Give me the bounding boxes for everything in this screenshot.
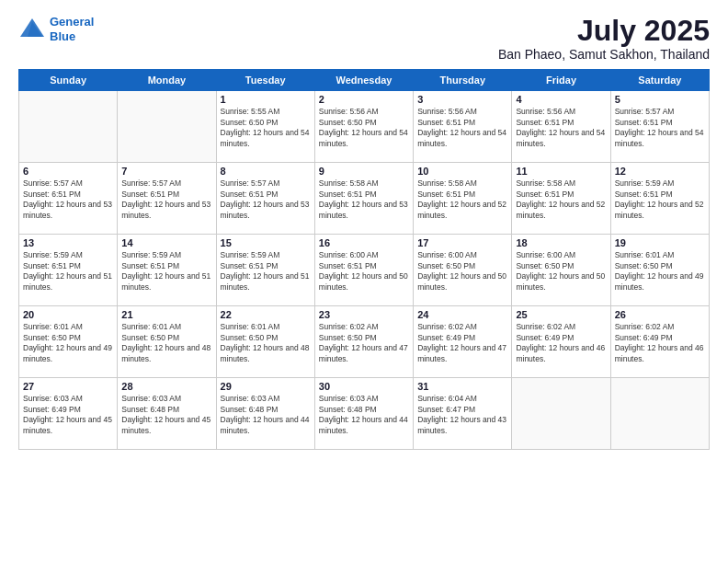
calendar-cell [610,378,709,450]
day-number: 6 [23,166,113,177]
calendar-week-4: 20Sunrise: 6:01 AMSunset: 6:50 PMDayligh… [19,306,710,378]
day-number: 5 [615,94,705,105]
page: General Blue July 2025 Ban Phaeo, Samut … [0,0,728,563]
calendar-cell: 28Sunrise: 6:03 AMSunset: 6:48 PMDayligh… [118,378,216,450]
calendar-cell: 4Sunrise: 5:56 AMSunset: 6:51 PMDaylight… [512,91,610,163]
calendar-cell [512,378,610,450]
calendar-week-2: 6Sunrise: 5:57 AMSunset: 6:51 PMDaylight… [19,163,710,235]
calendar-cell: 3Sunrise: 5:56 AMSunset: 6:51 PMDaylight… [414,91,512,163]
logo-line1: General [50,15,94,29]
day-number: 21 [121,309,211,320]
calendar-cell: 17Sunrise: 6:00 AMSunset: 6:50 PMDayligh… [414,235,512,306]
day-number: 15 [221,237,311,248]
calendar-cell: 24Sunrise: 6:02 AMSunset: 6:49 PMDayligh… [414,306,512,378]
calendar-week-5: 27Sunrise: 6:03 AMSunset: 6:49 PMDayligh… [19,378,710,450]
day-header-row: Sunday Monday Tuesday Wednesday Thursday… [19,70,710,91]
title-block: July 2025 Ban Phaeo, Samut Sakhon, Thail… [498,15,710,62]
calendar-cell: 12Sunrise: 5:59 AMSunset: 6:51 PMDayligh… [610,163,709,235]
logo-line2: Blue [50,29,75,43]
day-info: Sunrise: 6:04 AMSunset: 6:47 PMDaylight:… [417,394,507,436]
day-info: Sunrise: 5:59 AMSunset: 6:51 PMDaylight:… [23,250,113,293]
day-info: Sunrise: 6:03 AMSunset: 6:49 PMDaylight:… [23,394,113,436]
day-number: 24 [417,309,507,320]
col-wednesday: Wednesday [314,70,413,91]
calendar-cell: 27Sunrise: 6:03 AMSunset: 6:49 PMDayligh… [19,378,118,450]
day-info: Sunrise: 6:03 AMSunset: 6:48 PMDaylight:… [121,394,211,436]
calendar-cell: 1Sunrise: 5:55 AMSunset: 6:50 PMDaylight… [216,91,314,163]
day-info: Sunrise: 6:02 AMSunset: 6:49 PMDaylight:… [516,322,606,364]
day-info: Sunrise: 6:01 AMSunset: 6:50 PMDaylight:… [615,250,705,293]
calendar-cell: 16Sunrise: 6:00 AMSunset: 6:51 PMDayligh… [314,235,413,306]
day-info: Sunrise: 6:00 AMSunset: 6:51 PMDaylight:… [319,250,409,293]
day-info: Sunrise: 5:56 AMSunset: 6:51 PMDaylight:… [417,107,507,149]
day-info: Sunrise: 5:59 AMSunset: 6:51 PMDaylight:… [221,250,311,293]
col-tuesday: Tuesday [216,70,314,91]
page-subtitle: Ban Phaeo, Samut Sakhon, Thailand [498,47,710,62]
calendar-cell: 23Sunrise: 6:02 AMSunset: 6:50 PMDayligh… [314,306,413,378]
day-info: Sunrise: 5:59 AMSunset: 6:51 PMDaylight:… [121,250,211,293]
day-info: Sunrise: 6:00 AMSunset: 6:50 PMDaylight:… [417,250,507,293]
calendar-cell: 10Sunrise: 5:58 AMSunset: 6:51 PMDayligh… [414,163,512,235]
day-number: 30 [319,381,409,392]
day-info: Sunrise: 6:00 AMSunset: 6:50 PMDaylight:… [516,250,606,293]
day-number: 17 [417,237,507,248]
calendar-cell: 19Sunrise: 6:01 AMSunset: 6:50 PMDayligh… [610,235,709,306]
day-info: Sunrise: 6:01 AMSunset: 6:50 PMDaylight:… [221,322,311,364]
day-info: Sunrise: 5:58 AMSunset: 6:51 PMDaylight:… [417,178,507,221]
day-number: 25 [516,309,606,320]
day-number: 11 [516,166,606,177]
day-info: Sunrise: 5:57 AMSunset: 6:51 PMDaylight:… [121,178,211,221]
col-friday: Friday [512,70,610,91]
day-info: Sunrise: 5:57 AMSunset: 6:51 PMDaylight:… [23,178,113,221]
calendar: Sunday Monday Tuesday Wednesday Thursday… [18,69,710,450]
col-thursday: Thursday [414,70,512,91]
day-info: Sunrise: 5:56 AMSunset: 6:51 PMDaylight:… [516,107,606,149]
day-number: 3 [417,94,507,105]
day-info: Sunrise: 5:56 AMSunset: 6:50 PMDaylight:… [319,107,409,149]
day-info: Sunrise: 5:57 AMSunset: 6:51 PMDaylight:… [615,107,705,149]
day-number: 22 [221,309,311,320]
day-info: Sunrise: 6:02 AMSunset: 6:49 PMDaylight:… [417,322,507,364]
day-number: 2 [319,94,409,105]
calendar-cell: 20Sunrise: 6:01 AMSunset: 6:50 PMDayligh… [19,306,118,378]
logo-text: General Blue [50,15,94,43]
day-info: Sunrise: 5:59 AMSunset: 6:51 PMDaylight:… [615,178,705,221]
calendar-cell: 31Sunrise: 6:04 AMSunset: 6:47 PMDayligh… [414,378,512,450]
day-number: 14 [121,237,211,248]
logo: General Blue [18,15,94,43]
day-number: 31 [417,381,507,392]
calendar-cell: 15Sunrise: 5:59 AMSunset: 6:51 PMDayligh… [216,235,314,306]
calendar-cell: 11Sunrise: 5:58 AMSunset: 6:51 PMDayligh… [512,163,610,235]
day-number: 12 [615,166,705,177]
day-number: 10 [417,166,507,177]
calendar-cell: 8Sunrise: 5:57 AMSunset: 6:51 PMDaylight… [216,163,314,235]
day-number: 8 [221,166,311,177]
day-number: 18 [516,237,606,248]
day-info: Sunrise: 6:03 AMSunset: 6:48 PMDaylight:… [221,394,311,436]
calendar-cell: 6Sunrise: 5:57 AMSunset: 6:51 PMDaylight… [19,163,118,235]
col-saturday: Saturday [610,70,709,91]
day-number: 19 [615,237,705,248]
calendar-cell: 30Sunrise: 6:03 AMSunset: 6:48 PMDayligh… [314,378,413,450]
calendar-cell: 22Sunrise: 6:01 AMSunset: 6:50 PMDayligh… [216,306,314,378]
calendar-header: Sunday Monday Tuesday Wednesday Thursday… [19,70,710,91]
calendar-cell [19,91,118,163]
day-number: 1 [221,94,311,105]
day-info: Sunrise: 5:57 AMSunset: 6:51 PMDaylight:… [221,178,311,221]
calendar-body: 1Sunrise: 5:55 AMSunset: 6:50 PMDaylight… [19,91,710,450]
day-number: 23 [319,309,409,320]
calendar-cell: 18Sunrise: 6:00 AMSunset: 6:50 PMDayligh… [512,235,610,306]
day-number: 20 [23,309,113,320]
calendar-cell: 14Sunrise: 5:59 AMSunset: 6:51 PMDayligh… [118,235,216,306]
day-info: Sunrise: 6:03 AMSunset: 6:48 PMDaylight:… [319,394,409,436]
calendar-cell: 7Sunrise: 5:57 AMSunset: 6:51 PMDaylight… [118,163,216,235]
day-info: Sunrise: 5:58 AMSunset: 6:51 PMDaylight:… [319,178,409,221]
calendar-cell [118,91,216,163]
calendar-cell: 29Sunrise: 6:03 AMSunset: 6:48 PMDayligh… [216,378,314,450]
header: General Blue July 2025 Ban Phaeo, Samut … [18,15,710,62]
calendar-cell: 13Sunrise: 5:59 AMSunset: 6:51 PMDayligh… [19,235,118,306]
calendar-cell: 25Sunrise: 6:02 AMSunset: 6:49 PMDayligh… [512,306,610,378]
calendar-cell: 9Sunrise: 5:58 AMSunset: 6:51 PMDaylight… [314,163,413,235]
calendar-cell: 21Sunrise: 6:01 AMSunset: 6:50 PMDayligh… [118,306,216,378]
day-number: 29 [221,381,311,392]
